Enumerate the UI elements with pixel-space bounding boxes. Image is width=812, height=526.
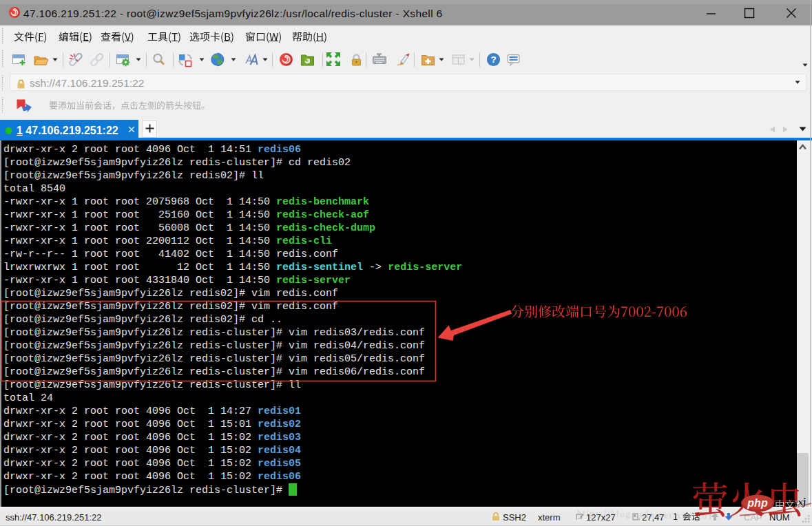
svg-text:php: php (747, 497, 768, 509)
